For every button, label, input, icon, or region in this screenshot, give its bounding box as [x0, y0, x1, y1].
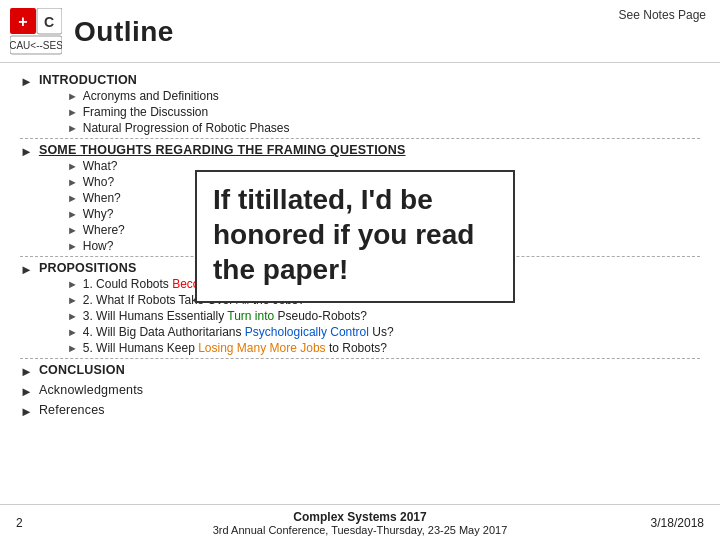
- popup-box: If titillated, I'd be honored if you rea…: [195, 170, 515, 303]
- sub-label-who: Who?: [83, 175, 114, 189]
- section-introduction: ► INTRODUCTION ► Acronyms and Definition…: [20, 73, 700, 135]
- svg-text:CAU<--SES: CAU<--SES: [10, 40, 62, 51]
- footer-sub: 3rd Annual Conference, Tuesday-Thursday,…: [76, 524, 644, 536]
- sub-label-where: Where?: [83, 223, 125, 237]
- sub-label-why: Why?: [83, 207, 114, 221]
- introduction-group: INTRODUCTION ► Acronyms and Definitions …: [39, 73, 290, 135]
- section-references: ► References: [20, 403, 700, 419]
- sub-label-how: How?: [83, 239, 114, 253]
- section-title-introduction: INTRODUCTION: [39, 73, 137, 87]
- bullet-thoughts: ►: [20, 144, 33, 159]
- bullet-conclusion: ►: [20, 364, 33, 379]
- sub-label-natural: Natural Progression of Robotic Phases: [83, 121, 290, 135]
- section-title-ref: References: [39, 403, 105, 417]
- section-acknowledgments: ► Acknowledgments: [20, 383, 700, 399]
- prop-4: ► 4. Will Big Data Authoritarians Psycho…: [67, 325, 405, 339]
- footer-center: Complex Systems 2017 3rd Annual Conferen…: [76, 510, 644, 536]
- logo: + C CAU<--SES: [10, 8, 62, 56]
- sub-label-what: What?: [83, 159, 118, 173]
- bullet-ref: ►: [20, 404, 33, 419]
- section-title-thoughts: SOME THOUGHTS REGARDING THE FRAMING QUES…: [39, 143, 406, 157]
- footer-conference: Complex Systems 2017: [76, 510, 644, 524]
- svg-text:+: +: [18, 13, 27, 30]
- sub-framing: ► Framing the Discussion: [67, 105, 290, 119]
- prop-5: ► 5. Will Humans Keep Losing Many More J…: [67, 341, 405, 355]
- popup-text: If titillated, I'd be honored if you rea…: [213, 184, 474, 285]
- bullet-ack: ►: [20, 384, 33, 399]
- bullet-propositions: ►: [20, 262, 33, 277]
- section-title-propositions: PROPOSITIONS: [39, 261, 137, 275]
- divider-1: [20, 138, 700, 139]
- sub-label-acronyms: Acronyms and Definitions: [83, 89, 219, 103]
- svg-text:C: C: [44, 14, 54, 30]
- divider-3: [20, 358, 700, 359]
- page-title: Outline: [74, 16, 174, 48]
- footer-page-number: 2: [16, 516, 76, 530]
- section-conclusion: ► CONCLUSION: [20, 363, 700, 379]
- prop-3: ► 3. Will Humans Essentially Turn into P…: [67, 309, 405, 323]
- bullet-introduction: ►: [20, 74, 33, 89]
- section-title-conclusion: CONCLUSION: [39, 363, 125, 377]
- see-notes-label: See Notes Page: [619, 8, 706, 22]
- header: + C CAU<--SES Outline See Notes Page: [0, 0, 720, 63]
- sub-acronyms: ► Acronyms and Definitions: [67, 89, 290, 103]
- sub-label-framing: Framing the Discussion: [83, 105, 208, 119]
- sub-label-when: When?: [83, 191, 121, 205]
- footer-date: 3/18/2018: [644, 516, 704, 530]
- sub-natural: ► Natural Progression of Robotic Phases: [67, 121, 290, 135]
- introduction-sub-items: ► Acronyms and Definitions ► Framing the…: [67, 89, 290, 135]
- section-title-ack: Acknowledgments: [39, 383, 143, 397]
- footer: 2 Complex Systems 2017 3rd Annual Confer…: [0, 504, 720, 540]
